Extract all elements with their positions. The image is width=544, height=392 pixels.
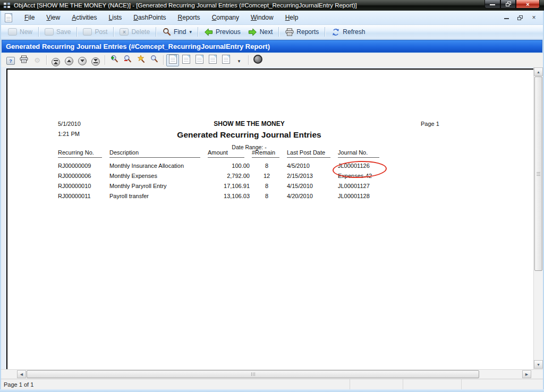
menu-reports[interactable]: Reports xyxy=(172,12,206,23)
menu-window[interactable]: Window xyxy=(245,12,279,23)
toolbar-button-label: New xyxy=(20,28,32,36)
menu-view[interactable]: View xyxy=(40,12,66,23)
menu-help[interactable]: Help xyxy=(279,12,304,23)
stop-button[interactable] xyxy=(251,54,264,66)
report-page: 5/1/2010 1:21 PM SHOW ME THE MONEY Gener… xyxy=(6,69,543,369)
restore-icon xyxy=(506,2,511,6)
mdi-minimize-button[interactable] xyxy=(503,14,510,21)
table-cell: Monthly Insurance Allocation xyxy=(109,161,208,171)
table-cell: 8 xyxy=(252,161,287,171)
first-page-button[interactable] xyxy=(49,54,62,66)
previous-page-button[interactable] xyxy=(63,54,75,66)
toolbar-button-label: Delete xyxy=(131,28,150,36)
mdi-restore-button[interactable] xyxy=(516,14,524,21)
find-button[interactable]: Find▾ xyxy=(158,27,196,37)
reports-button[interactable]: Reports xyxy=(281,27,322,37)
scroll-up-button[interactable]: ▲ xyxy=(534,67,543,76)
refresh-icon xyxy=(331,28,340,36)
table-cell: 2,792.00 xyxy=(208,171,252,181)
window-bottom-frame xyxy=(0,389,544,392)
close-button[interactable]: × xyxy=(516,0,540,8)
magnifier-icon xyxy=(150,55,158,65)
find-dropdown-arrow-icon[interactable]: ▾ xyxy=(189,29,192,35)
view-dropdown-button[interactable]: ▾ xyxy=(233,54,245,66)
magnifier-button[interactable] xyxy=(148,54,160,66)
mdi-minimize-icon xyxy=(504,16,509,19)
toolbar-separator xyxy=(198,27,198,37)
previous-icon xyxy=(204,28,213,36)
table-cell: 2/15/2013 xyxy=(287,171,338,181)
page-setup-button: ⚙ xyxy=(31,54,44,66)
report-viewer-toolbar: ?⚙▾ xyxy=(1,53,543,67)
window-controls: × xyxy=(484,0,540,8)
report-banner-title: Generated Recurring Journal Entries (#Co… xyxy=(6,42,270,50)
view-single-page-button[interactable] xyxy=(166,54,179,66)
toolbar-separator xyxy=(76,27,77,37)
status-bar: Page 1 of 1 xyxy=(1,379,543,389)
horizontal-scrollbar-thumb[interactable] xyxy=(27,370,479,378)
mdi-close-button[interactable]: × xyxy=(530,14,538,21)
post-button: Post xyxy=(79,27,111,37)
column-header: Amount xyxy=(208,149,252,161)
delete-icon: × xyxy=(120,28,129,36)
table-cell: Payroll transfer xyxy=(109,191,208,201)
vertical-scrollbar[interactable]: ▲ ▼ xyxy=(533,67,543,369)
status-page-info: Page 1 of 1 xyxy=(1,379,350,389)
zoom-out-button[interactable] xyxy=(121,54,134,66)
zoom-out-icon xyxy=(123,55,132,65)
window-title: ObjAcct [SHOW ME THE MONEY (NACE)] - [Ge… xyxy=(14,2,541,8)
restore-button[interactable] xyxy=(500,0,516,8)
table-cell: 17,106.91 xyxy=(208,181,252,191)
find-icon xyxy=(162,28,171,36)
table-cell: RJ00000011 xyxy=(58,191,109,201)
print-button[interactable] xyxy=(18,54,30,66)
new-icon xyxy=(8,28,17,36)
menu-company[interactable]: Company xyxy=(206,12,245,23)
table-cell: RJ00000010 xyxy=(58,181,109,191)
report-page-label: Page 1 xyxy=(421,121,439,127)
report-title: Generated Recurring Journal Entries xyxy=(103,130,395,140)
toolbar-button-label: Find xyxy=(174,28,186,36)
column-header: Description xyxy=(109,149,208,161)
next-page-button[interactable] xyxy=(76,54,89,66)
menu-lists[interactable]: Lists xyxy=(103,12,128,23)
view-page-2-button[interactable] xyxy=(180,54,192,66)
table-cell: 12 xyxy=(252,171,287,181)
status-panel xyxy=(403,379,461,389)
menu-activities[interactable]: Activities xyxy=(66,12,103,23)
scroll-left-button[interactable]: ◀ xyxy=(17,370,26,378)
view-page-5-button[interactable] xyxy=(219,54,232,66)
last-page-icon xyxy=(91,54,100,66)
zoom-wizard-button[interactable] xyxy=(134,54,147,66)
reports-icon xyxy=(285,28,294,36)
minimize-button[interactable] xyxy=(484,0,500,8)
previous-button[interactable]: Previous xyxy=(200,27,244,37)
arrow-up-icon: ▲ xyxy=(537,70,540,74)
main-toolbar: NewSavePost×DeleteFind▾PreviousNextRepor… xyxy=(1,25,543,39)
scroll-right-button[interactable]: ▶ xyxy=(522,370,531,378)
toolbar-button-label: Next xyxy=(260,28,273,36)
first-page-icon xyxy=(52,54,60,66)
toolbar-separator xyxy=(325,27,325,37)
view-single-page-icon xyxy=(169,55,177,66)
refresh-button[interactable]: Refresh xyxy=(327,27,369,37)
menu-dashpoints[interactable]: DashPoints xyxy=(128,12,172,23)
previous-page-icon xyxy=(65,55,73,65)
document-icon[interactable] xyxy=(5,13,12,22)
zoom-in-button[interactable] xyxy=(108,54,121,66)
last-page-button[interactable] xyxy=(89,54,102,66)
next-button[interactable]: Next xyxy=(244,27,277,37)
column-header: Recurring No. xyxy=(58,149,109,161)
view-page-4-button[interactable] xyxy=(206,54,219,66)
horizontal-scrollbar[interactable]: ◀ ▶ xyxy=(1,369,543,379)
status-panel xyxy=(350,379,403,389)
export-report-button[interactable]: ? xyxy=(4,54,17,66)
toolbar-separator xyxy=(105,55,105,65)
scroll-down-button[interactable]: ▼ xyxy=(534,360,543,369)
table-cell: 13,106.03 xyxy=(208,191,252,201)
menu-file[interactable]: File xyxy=(19,12,40,23)
close-icon: × xyxy=(526,2,529,7)
view-page-3-button[interactable] xyxy=(193,54,206,66)
report-table: Recurring No.DescriptionAmount#RemainLas… xyxy=(58,149,387,201)
vertical-scrollbar-thumb[interactable] xyxy=(534,76,542,271)
